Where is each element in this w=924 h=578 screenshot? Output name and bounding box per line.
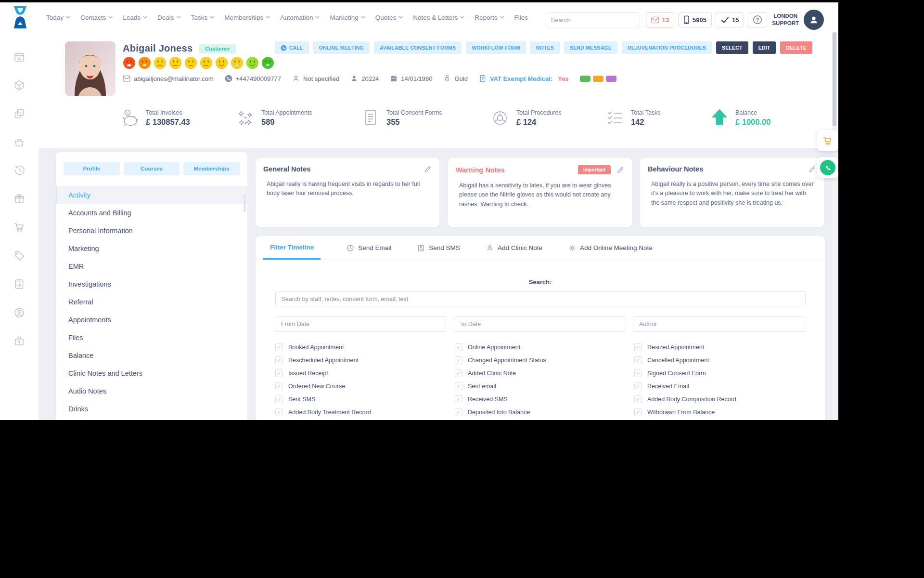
tab-memberships[interactable]: Memberships: [183, 162, 240, 175]
emoji-delighted-icon[interactable]: [261, 56, 274, 69]
filter-online-appointment[interactable]: Online Appointment: [455, 343, 634, 351]
filter-deposited-into-balance[interactable]: Deposited Into Balance: [455, 408, 634, 416]
filter-added-body-treatment-record[interactable]: Added Body Treatment Record: [275, 408, 455, 416]
workflow-form-button[interactable]: WORKFLOW FORM: [466, 41, 526, 54]
filter-added-body-composition-record[interactable]: Added Body Composition Record: [634, 395, 814, 403]
emoji-happy-icon[interactable]: [246, 56, 259, 69]
nav-reports[interactable]: Reports: [475, 14, 504, 21]
filter-added-clinic-note[interactable]: Added Clinic Note: [455, 369, 634, 377]
history-icon[interactable]: [13, 164, 26, 177]
tasks-badge[interactable]: 15: [716, 12, 744, 27]
emoji-neutral-icon[interactable]: [200, 56, 213, 69]
report-icon[interactable]: [13, 278, 26, 290]
lock-icon[interactable]: [13, 335, 26, 347]
nav-automation[interactable]: Automation: [280, 14, 320, 21]
menu-item-activity[interactable]: Activity: [56, 186, 247, 204]
nav-contacts[interactable]: Contacts: [80, 14, 113, 21]
edit-pencil-icon[interactable]: [616, 166, 624, 174]
floating-call-button[interactable]: [817, 157, 838, 178]
client-phone[interactable]: +447490009777: [225, 75, 281, 82]
emoji-neutral-icon[interactable]: [184, 56, 197, 69]
menu-item-accounts-and-billing[interactable]: Accounts and Billing: [56, 204, 247, 222]
client-photo[interactable]: [65, 41, 116, 96]
menu-item-emr[interactable]: EMR: [56, 257, 247, 275]
help-button[interactable]: ?: [748, 12, 767, 27]
tab-send-sms[interactable]: Send SMS: [417, 236, 460, 260]
user-avatar[interactable]: [804, 10, 824, 30]
menu-item-marketing[interactable]: Marketing: [56, 239, 247, 257]
menu-item-investigations[interactable]: Investigations: [56, 275, 247, 293]
menu-item-referral[interactable]: Referral: [56, 293, 247, 311]
emoji-sad-icon[interactable]: [154, 56, 167, 69]
to-date-input[interactable]: [454, 316, 625, 332]
tag-orange[interactable]: [593, 76, 603, 82]
nav-quotes[interactable]: Quotes: [375, 14, 403, 21]
copy-icon[interactable]: [13, 107, 26, 120]
menu-scrollbar[interactable]: [244, 194, 246, 212]
nav-deals[interactable]: Deals: [157, 14, 181, 21]
menu-item-audio-notes[interactable]: Audio Notes: [56, 382, 247, 400]
online-meeting-button[interactable]: ONLINE MEETING: [313, 41, 370, 54]
nav-today[interactable]: Today: [46, 14, 70, 21]
edit-button[interactable]: EDIT: [753, 41, 776, 54]
filter-withdrawn-from-balance[interactable]: Withdrawn From Balance: [634, 408, 814, 416]
delete-button[interactable]: DELETE: [780, 41, 812, 54]
emoji-angry-icon[interactable]: [123, 56, 136, 69]
filter-signed-consent-form[interactable]: Signed Consent Form: [634, 369, 814, 377]
tab-courses[interactable]: Courses: [124, 162, 180, 175]
filter-sent-sms[interactable]: Sent SMS: [275, 395, 455, 403]
gift-icon[interactable]: [13, 193, 26, 205]
nav-marketing[interactable]: Marketing: [330, 14, 365, 21]
author-input[interactable]: [633, 316, 805, 332]
filter-changed-appointment-status[interactable]: Changed Appointment Status: [455, 356, 634, 364]
search-input[interactable]: [546, 16, 640, 24]
filter-received-email[interactable]: Received Email: [634, 382, 814, 390]
client-vat-status[interactable]: VAT Exempt Medical: Yes: [479, 75, 569, 82]
menu-item-drinks[interactable]: Drinks: [56, 400, 247, 418]
account-icon[interactable]: [13, 306, 26, 319]
tab-add-online-meeting-note[interactable]: Add Online Meeting Note: [568, 236, 653, 260]
nav-tasks[interactable]: Tasks: [191, 14, 215, 21]
notes-button[interactable]: NOTES: [530, 41, 560, 54]
emoji-grin-icon[interactable]: [231, 56, 244, 69]
emoji-smile-icon[interactable]: [215, 56, 228, 69]
tag-icon[interactable]: [13, 250, 26, 262]
nav-leads[interactable]: Leads: [123, 14, 147, 21]
tab-filter-timeline[interactable]: Filter Timeline: [263, 236, 321, 260]
menu-item-files[interactable]: Files: [56, 328, 247, 346]
basket-icon[interactable]: [13, 136, 26, 148]
filter-ordered-new-course[interactable]: Ordered New Course: [275, 382, 455, 390]
tag-green[interactable]: [580, 76, 590, 82]
edit-pencil-icon[interactable]: [424, 165, 432, 173]
send-message-button[interactable]: SEND MESSAGE: [564, 41, 617, 54]
tab-profile[interactable]: Profile: [64, 162, 120, 175]
client-email[interactable]: abigailjones@mailinator.com: [123, 75, 214, 82]
available-consent-forms-button[interactable]: AVAILABLE CONSENT FORMS: [374, 41, 462, 54]
menu-item-clinic-notes-and-letters[interactable]: Clinic Notes and Letters: [56, 364, 247, 382]
floating-cart-button[interactable]: [817, 130, 838, 151]
tag-purple[interactable]: [606, 76, 616, 82]
select-button[interactable]: SELECT: [716, 41, 748, 54]
page-scrollbar[interactable]: [832, 32, 837, 420]
messages-badge[interactable]: 13: [646, 12, 674, 27]
phone-badge[interactable]: 5905: [678, 12, 712, 27]
nav-memberships[interactable]: Memberships: [224, 14, 270, 21]
tab-add-clinic-note[interactable]: Add Clinic Note: [486, 236, 542, 260]
nav-notes-letters[interactable]: Notes & Letters: [413, 14, 464, 21]
emoji-neutral-icon[interactable]: [169, 56, 182, 69]
filter-issued-receipt[interactable]: Issued Receipt: [275, 369, 455, 377]
calendar-icon[interactable]: 12: [13, 51, 26, 63]
app-logo[interactable]: [11, 5, 32, 30]
filter-sent-email[interactable]: Sent email: [455, 382, 634, 390]
filter-cancelled-appointment[interactable]: Cancelled Appointment: [634, 356, 814, 364]
edit-pencil-icon[interactable]: [808, 165, 816, 173]
scrollbar-thumb[interactable]: [833, 32, 836, 126]
call-button[interactable]: CALL: [275, 41, 309, 54]
rejuvenation-procedures-button[interactable]: REJUVENATION PROCEDURES: [622, 41, 712, 54]
menu-item-personal-information[interactable]: Personal Information: [56, 222, 247, 239]
menu-item-balance[interactable]: Balance: [56, 346, 247, 364]
cart-icon[interactable]: [13, 221, 26, 234]
filter-received-sms[interactable]: Received SMS: [455, 395, 634, 403]
filter-booked-appointment[interactable]: Booked Appointment: [275, 343, 455, 351]
menu-item-appointments[interactable]: Appointments: [56, 311, 247, 328]
